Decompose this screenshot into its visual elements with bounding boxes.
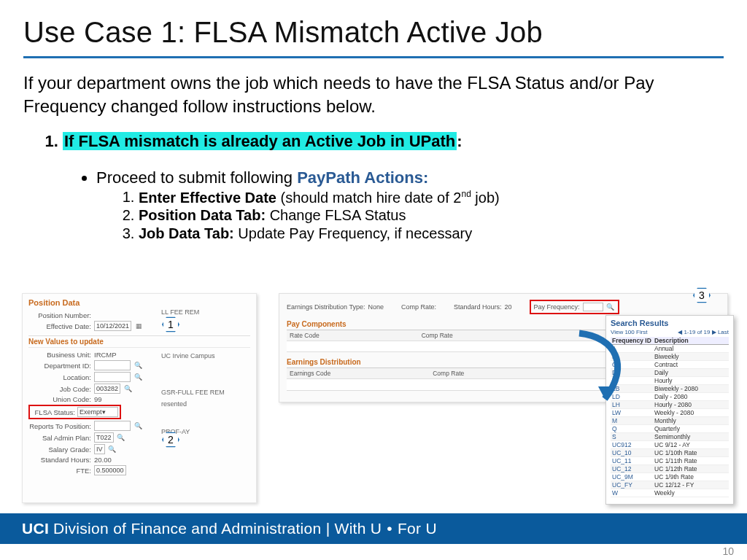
- search-row[interactable]: WWeekly: [611, 489, 729, 497]
- loc-label: Location:: [28, 373, 91, 381]
- lookup-icon[interactable]: 🔍: [606, 303, 615, 311]
- footer-bar: UCI Division of Finance and Administrati…: [0, 513, 747, 544]
- sap-label: Sal Admin Plan:: [28, 434, 91, 442]
- search-row[interactable]: UC_FYUC 12/12 - FY: [611, 481, 729, 489]
- earnings-code-col: Earnings Code: [290, 370, 330, 377]
- action-sublist: Enter Effective Date (should match hire …: [96, 189, 724, 243]
- position-data-title: Position Data: [28, 298, 250, 307]
- page-title: Use Case 1: FLSA Mismatch Active Job: [23, 16, 724, 49]
- action-job-data: Job Data Tab: Update Pay Frequency, if n…: [139, 225, 724, 242]
- page-range: 1-19 of 19: [684, 329, 710, 335]
- eff-date-label: Effective Date:: [28, 322, 91, 330]
- lookup-icon[interactable]: 🔍: [123, 384, 132, 393]
- stdhours-label: Standard Hours:: [454, 303, 502, 311]
- stdhours-label: Standard Hours:: [28, 456, 91, 464]
- search-row[interactable]: LWWeekly - 2080: [611, 409, 729, 417]
- comp-rate-col: Comp Rate: [422, 332, 453, 339]
- reports-label: Reports To Position:: [28, 422, 91, 430]
- lookup-icon[interactable]: 🔍: [133, 373, 142, 381]
- slide: Use Case 1: FLSA Mismatch Active Job If …: [0, 0, 747, 560]
- paypath-bullet: Proceed to submit following PayPath Acti…: [96, 168, 724, 243]
- reports-input[interactable]: [94, 421, 131, 431]
- flsa-select[interactable]: Exempt ▾: [77, 407, 118, 417]
- bullet-prefix: Proceed to submit following: [96, 168, 297, 187]
- bu-label: Business Unit:: [28, 351, 91, 359]
- lookup-icon[interactable]: 🔍: [133, 361, 142, 370]
- search-row[interactable]: UC_11UC 1/11th Rate: [611, 457, 729, 465]
- rate-code-col: Rate Code: [290, 332, 320, 339]
- footer-brand: UCI: [22, 520, 49, 537]
- paypath-label: PayPath Actions:: [297, 168, 428, 187]
- calendar-icon[interactable]: ▦: [134, 322, 143, 330]
- edt-value: None: [368, 303, 384, 311]
- jobcode-desc: GSR-FULL FEE REM: [161, 389, 225, 396]
- stdhours-value: 20.00: [94, 456, 112, 464]
- step-1-bullets: Proceed to submit following PayPath Acti…: [63, 168, 724, 243]
- search-row[interactable]: UC_12UC 1/12th Rate: [611, 465, 729, 473]
- last-link[interactable]: Last: [718, 329, 729, 335]
- stdhours-value: 20: [504, 303, 511, 311]
- eff-date-input[interactable]: 10/12/2021: [94, 321, 131, 331]
- payfreq-label: Pay Frequency:: [534, 303, 580, 311]
- grade-label: Salary Grade:: [28, 446, 91, 454]
- bu-desc: UC Irvine Campus: [161, 352, 215, 359]
- jobcode-input[interactable]: 003282: [94, 384, 120, 394]
- chevron-down-icon: ▾: [102, 408, 106, 416]
- bu-value: IRCMP: [94, 351, 117, 359]
- search-row[interactable]: UC_10UC 1/10th Rate: [611, 449, 729, 457]
- loc-input[interactable]: [94, 372, 131, 382]
- earnings-dist-header: Earnings Distribution: [287, 358, 361, 366]
- action-position-data: Position Data Tab: Change FLSA Status: [139, 207, 724, 224]
- fee-rem-text: LL FEE REM: [161, 308, 199, 316]
- new-values-header: New Values to update: [28, 335, 250, 348]
- arrow-icon: [565, 330, 645, 410]
- lookup-icon[interactable]: 🔍: [108, 445, 117, 454]
- pay-components-header: Pay Components: [287, 320, 347, 328]
- intro-text: If your department owns the job which ne…: [23, 71, 724, 119]
- title-rule: [23, 56, 724, 58]
- footer-tail: For U: [398, 520, 437, 537]
- payfreq-input[interactable]: [583, 303, 603, 311]
- search-row[interactable]: MMonthly: [611, 417, 729, 425]
- union-label: Union Code:: [28, 395, 91, 403]
- search-row[interactable]: UC_9MUC 1/9th Rate: [611, 473, 729, 481]
- comp-rate-col-2: Comp Rate: [433, 370, 464, 377]
- step-list: If FLSA mismatch is already an Active Jo…: [23, 132, 724, 243]
- sap-input[interactable]: T022: [94, 432, 114, 443]
- flsa-label: FLSA Status:: [31, 408, 75, 416]
- footer-division: Division of Finance and Administration |…: [53, 520, 382, 537]
- union-desc: resented: [161, 400, 187, 408]
- pos-num-label: Position Number:: [28, 311, 91, 319]
- fte-input[interactable]: 0.500000: [94, 465, 126, 475]
- step-1-highlight: If FLSA mismatch is already an Active Jo…: [63, 132, 457, 150]
- grade-input[interactable]: IV: [94, 444, 105, 454]
- lookup-icon[interactable]: 🔍: [133, 421, 142, 430]
- dept-input[interactable]: [94, 360, 131, 370]
- position-data-panel: Position Data Position Number: LL FEE RE…: [22, 293, 257, 503]
- search-row[interactable]: SSemimonthly: [611, 433, 729, 441]
- footer-dot: •: [387, 520, 392, 537]
- edt-label: Earnings Distribution Type:: [287, 303, 365, 311]
- comprate-label: Comp Rate:: [401, 303, 436, 311]
- flsa-highlight-box: FLSA Status: Exempt ▾: [28, 405, 121, 419]
- jobcode-label: Job Code:: [28, 385, 91, 393]
- search-row[interactable]: UC912UC 9/12 - AY: [611, 441, 729, 449]
- step-1: If FLSA mismatch is already an Active Jo…: [63, 132, 724, 243]
- dept-label: Department ID:: [28, 362, 91, 370]
- search-row[interactable]: QQuarterly: [611, 425, 729, 433]
- page-number: 10: [722, 545, 734, 557]
- search-results-title: Search Results: [611, 319, 729, 327]
- payfreq-highlight-box: Pay Frequency: 🔍: [530, 300, 619, 314]
- lookup-icon[interactable]: 🔍: [117, 433, 125, 442]
- action-eff-date: Enter Effective Date (should match hire …: [139, 189, 724, 206]
- union-value: 99: [94, 395, 102, 403]
- fte-label: FTE:: [28, 467, 91, 475]
